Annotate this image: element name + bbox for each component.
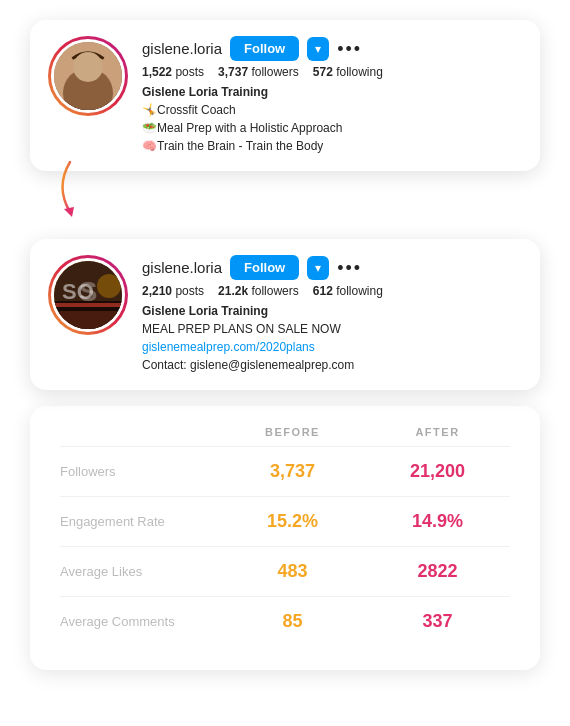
arrow-section	[30, 187, 540, 223]
table-header: BEFORE AFTER	[60, 426, 510, 438]
follow-button-after[interactable]: Follow	[230, 255, 299, 280]
svg-point-3	[79, 51, 97, 73]
following-stat-after: 612 following	[313, 284, 383, 298]
dropdown-button-after[interactable]: ▾	[307, 256, 329, 280]
row-after-value: 14.9%	[365, 511, 510, 532]
col-header-after: AFTER	[365, 426, 510, 438]
profile-header-after: gislene.loria Follow ▾ •••	[142, 255, 522, 280]
svg-marker-4	[64, 207, 74, 217]
table-row: Engagement Rate 15.2% 14.9%	[60, 496, 510, 546]
row-after-value: 2822	[365, 561, 510, 582]
bio-before: Gislene Loria Training 🤸Crossfit Coach 🥗…	[142, 83, 522, 155]
profile-info-after: gislene.loria Follow ▾ ••• 2,210 posts 2…	[142, 255, 522, 374]
stats-rows: Followers 3,737 21,200 Engagement Rate 1…	[60, 446, 510, 646]
row-before-value: 3,737	[220, 461, 365, 482]
dropdown-button-before[interactable]: ▾	[307, 37, 329, 61]
more-button-before[interactable]: •••	[337, 40, 362, 58]
row-after-value: 21,200	[365, 461, 510, 482]
followers-stat-after: 21.2k followers	[218, 284, 299, 298]
avatar-after: SO	[48, 255, 128, 335]
avatar-image-before	[54, 42, 122, 110]
followers-stat-before: 3,737 followers	[218, 65, 299, 79]
row-label: Engagement Rate	[60, 514, 220, 529]
table-row: Followers 3,737 21,200	[60, 446, 510, 496]
svg-point-1	[75, 53, 101, 82]
svg-rect-0	[54, 42, 122, 110]
row-label: Followers	[60, 464, 220, 479]
stats-row-before: 1,522 posts 3,737 followers 572 followin…	[142, 65, 522, 79]
profile-header-before: gislene.loria Follow ▾ •••	[142, 36, 522, 61]
posts-stat-before: 1,522 posts	[142, 65, 204, 79]
username-after: gislene.loria	[142, 259, 222, 276]
profile-card-before: gislene.loria Follow ▾ ••• 1,522 posts 3…	[30, 20, 540, 171]
row-label: Average Comments	[60, 614, 220, 629]
col-header-before: BEFORE	[220, 426, 365, 438]
svg-rect-9	[59, 311, 122, 329]
row-before-value: 85	[220, 611, 365, 632]
posts-stat-after: 2,210 posts	[142, 284, 204, 298]
row-before-value: 483	[220, 561, 365, 582]
table-row: Average Comments 85 337	[60, 596, 510, 646]
profile-card-after: SO gislene.loria Follow ▾ ••• 2,210 post…	[30, 239, 540, 390]
profile-info-before: gislene.loria Follow ▾ ••• 1,522 posts 3…	[142, 36, 522, 155]
table-row: Average Likes 483 2822	[60, 546, 510, 596]
stats-row-after: 2,210 posts 21.2k followers 612 followin…	[142, 284, 522, 298]
curved-arrow-icon	[50, 157, 170, 217]
follow-button-before[interactable]: Follow	[230, 36, 299, 61]
row-label: Average Likes	[60, 564, 220, 579]
following-stat-before: 572 following	[313, 65, 383, 79]
avatar-before	[48, 36, 128, 116]
stats-table-card: BEFORE AFTER Followers 3,737 21,200 Enga…	[30, 406, 540, 670]
more-button-after[interactable]: •••	[337, 259, 362, 277]
username-before: gislene.loria	[142, 40, 222, 57]
svg-point-2	[77, 55, 99, 81]
bio-link-after[interactable]: gislenemealprep.com/2020plans	[142, 340, 315, 354]
avatar-image-after: SO	[54, 261, 122, 329]
svg-point-10	[97, 274, 121, 298]
bio-after: Gislene Loria Training MEAL PREP PLANS O…	[142, 302, 522, 374]
row-before-value: 15.2%	[220, 511, 365, 532]
svg-rect-8	[54, 303, 122, 307]
svg-text:SO: SO	[62, 279, 94, 304]
row-after-value: 337	[365, 611, 510, 632]
